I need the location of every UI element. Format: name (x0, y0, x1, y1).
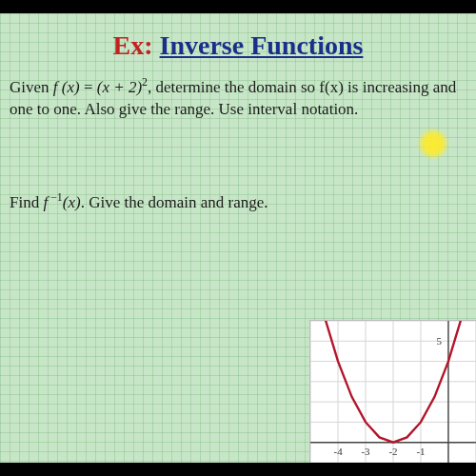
find-rest: . Give the domain and range. (81, 192, 268, 210)
slide-title: Ex: Inverse Functions (10, 30, 466, 61)
title-ex: Ex: (113, 30, 153, 60)
parabola-chart: -4-3-2-15 (310, 321, 476, 463)
svg-text:-4: -4 (334, 446, 344, 457)
fx: f (x) (53, 78, 80, 96)
slide: Ex: Inverse Functions Given f (x) = (x +… (0, 13, 476, 463)
equals: = (80, 78, 97, 96)
find-statement: Find f −1(x). Give the domain and range. (10, 189, 466, 214)
svg-text:-3: -3 (361, 446, 370, 457)
given-prefix: Given (10, 78, 53, 96)
find-prefix: Find (10, 192, 43, 210)
graph-panel: -4-3-2-15 (309, 320, 476, 463)
svg-text:-2: -2 (388, 446, 397, 457)
svg-text:5: 5 (437, 335, 443, 347)
problem-statement: Given f (x) = (x + 2)2, determine the do… (10, 74, 466, 121)
find-exp: −1 (48, 190, 63, 204)
find-arg: (x) (63, 192, 81, 210)
svg-text:-1: -1 (416, 446, 425, 457)
expr-base: (x + 2) (97, 78, 142, 96)
title-subject: Inverse Functions (160, 30, 364, 60)
